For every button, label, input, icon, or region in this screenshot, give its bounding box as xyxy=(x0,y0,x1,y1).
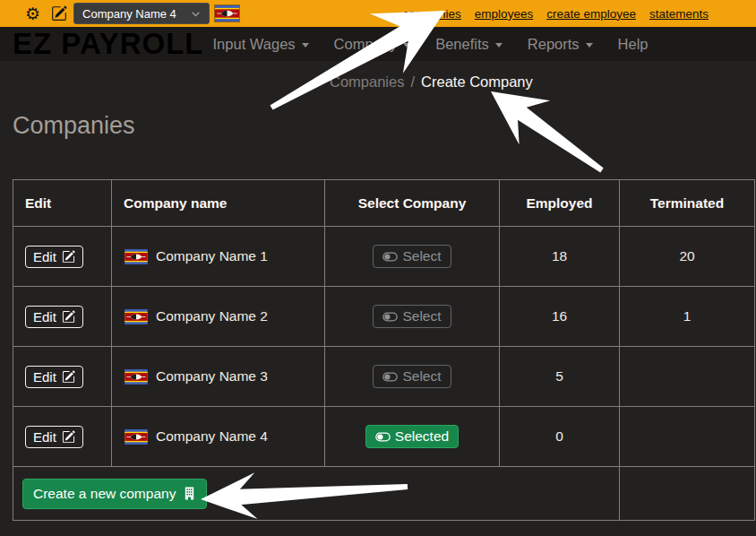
toggle-icon xyxy=(382,309,398,324)
eswatini-flag-icon xyxy=(125,249,148,264)
brand-logo[interactable]: EZ PAYROLL xyxy=(13,27,204,61)
header-select-company: Select Company xyxy=(325,180,500,227)
nav-item-benefits[interactable]: Benefits xyxy=(435,36,503,53)
nav-menu: Input Wages Company Benefits Reports Hel… xyxy=(213,36,649,53)
app-window: ⚙ Company Name 4 companies employees cre… xyxy=(0,0,756,521)
table-row: Edit Company Name 1 Select 18 xyxy=(13,227,755,287)
topbar-link-statements[interactable]: statements xyxy=(649,7,709,21)
pencil-square-icon xyxy=(62,430,75,444)
table-header-row: Edit Company name Select Company Employe… xyxy=(13,180,755,227)
main-navbar: EZ PAYROLL Input Wages Company Benefits … xyxy=(0,27,756,61)
breadcrumb-separator: / xyxy=(410,73,415,90)
company-name: Company Name 4 xyxy=(156,428,268,445)
toggle-icon xyxy=(375,429,391,445)
company-selector-dropdown[interactable]: Company Name 4 xyxy=(73,3,210,24)
edit-company-icon[interactable] xyxy=(51,5,67,22)
company-selector-value: Company Name 4 xyxy=(82,7,176,21)
pencil-square-icon xyxy=(62,250,75,264)
header-employed: Employed xyxy=(500,180,620,227)
topbar-link-create-employee[interactable]: create employee xyxy=(546,7,636,21)
pencil-square-icon xyxy=(62,310,75,324)
table-row: Edit Company Name 2 Select 16 xyxy=(13,287,755,347)
header-edit: Edit xyxy=(13,180,112,227)
employed-count: 0 xyxy=(500,407,620,467)
topbar-links: companies employees create employee stat… xyxy=(403,7,756,21)
topbar-link-companies[interactable]: companies xyxy=(403,7,461,21)
pencil-square-icon xyxy=(62,370,75,384)
eswatini-flag-icon xyxy=(215,5,239,22)
employed-count: 18 xyxy=(500,227,620,287)
company-name: Company Name 2 xyxy=(156,308,268,324)
employed-count: 16 xyxy=(500,287,620,347)
eswatini-flag-icon xyxy=(125,369,148,385)
gear-icon[interactable]: ⚙ xyxy=(25,5,40,22)
nav-item-help[interactable]: Help xyxy=(618,36,649,53)
breadcrumb: Companies/Create Company xyxy=(0,71,756,92)
building-icon xyxy=(183,487,196,500)
terminated-count: 1 xyxy=(620,287,755,347)
header-company-name: Company name xyxy=(112,180,325,227)
topbar: ⚙ Company Name 4 companies employees cre… xyxy=(0,0,756,27)
companies-table: Edit Company name Select Company Employe… xyxy=(13,179,755,521)
chevron-down-icon xyxy=(191,9,201,19)
table-footer-row: Create a new company xyxy=(13,467,755,521)
page-title: Companies xyxy=(13,112,756,140)
selected-company-button[interactable]: Selected xyxy=(365,425,459,448)
terminated-count: 20 xyxy=(620,227,755,287)
employed-count: 5 xyxy=(500,347,620,407)
caret-down-icon xyxy=(302,43,309,48)
caret-down-icon xyxy=(495,43,503,48)
eswatini-flag-icon xyxy=(125,429,148,445)
select-company-button[interactable]: Select xyxy=(373,305,451,328)
edit-button[interactable]: Edit xyxy=(25,366,83,388)
company-name: Company Name 1 xyxy=(156,248,268,264)
select-company-button[interactable]: Select xyxy=(373,365,451,388)
breadcrumb-current: Create Company xyxy=(421,73,533,90)
terminated-count xyxy=(620,347,755,407)
nav-item-company[interactable]: Company xyxy=(334,36,411,53)
topbar-link-employees[interactable]: employees xyxy=(475,7,533,21)
header-terminated: Terminated xyxy=(620,180,755,227)
caret-down-icon xyxy=(586,43,593,48)
edit-button[interactable]: Edit xyxy=(25,246,83,268)
nav-item-reports[interactable]: Reports xyxy=(528,36,593,53)
table-row: Edit Company Name 3 Select 5 xyxy=(13,347,755,407)
create-company-button[interactable]: Create a new company xyxy=(22,479,207,509)
terminated-count xyxy=(620,407,755,467)
caret-down-icon xyxy=(403,43,410,48)
breadcrumb-companies-link[interactable]: Companies xyxy=(330,73,404,90)
table-row: Edit Company Name 4 Selected xyxy=(13,407,755,467)
company-name: Company Name 3 xyxy=(156,368,268,385)
toggle-icon xyxy=(382,369,398,385)
eswatini-flag-icon xyxy=(125,309,148,324)
nav-item-input-wages[interactable]: Input Wages xyxy=(213,36,309,53)
edit-button[interactable]: Edit xyxy=(25,306,83,328)
edit-button[interactable]: Edit xyxy=(25,426,83,448)
select-company-button[interactable]: Select xyxy=(373,245,451,268)
toggle-icon xyxy=(382,249,398,264)
